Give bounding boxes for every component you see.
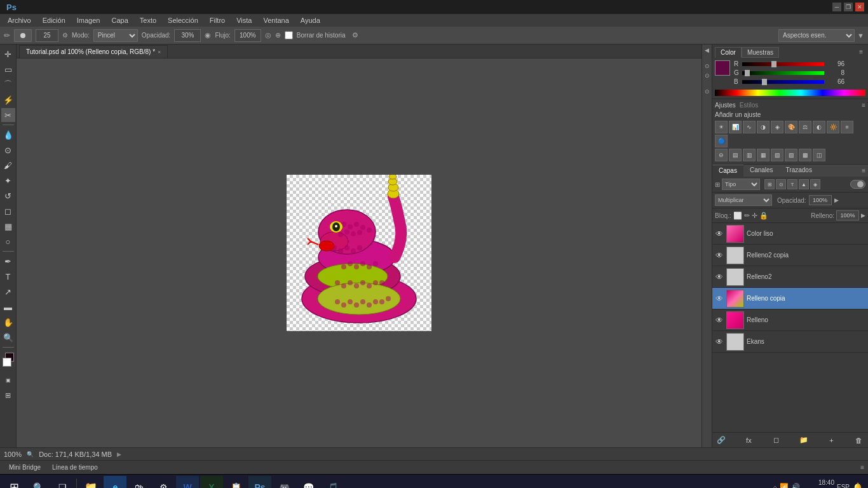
background-color[interactable] [3,358,11,367]
workspace-select[interactable]: Aspectos esen. [778,29,855,42]
colorbalance-adj[interactable]: ⚖ [799,121,811,133]
taskbar-explorer[interactable]: 📁 [79,476,102,489]
add-mask-btn[interactable]: ◻ [771,435,782,445]
menu-seleccion[interactable]: Selección [163,15,203,25]
blend-mode-select[interactable]: Multiplicar [715,194,772,206]
filter-adj2[interactable]: ⊙ [776,179,786,189]
minimize-button[interactable]: ─ [832,3,841,11]
adjustments-menu[interactable]: ≡ [862,102,865,109]
red-slider[interactable] [742,62,824,66]
lock-pixels[interactable]: ✏ [744,212,750,220]
crop-tool[interactable]: ✂ [1,108,15,122]
layer-visibility-toggle[interactable]: 👁 [715,273,724,281]
curves-adj[interactable]: ∿ [743,121,756,133]
lock-position[interactable]: ✛ [752,212,757,220]
brush-tool[interactable]: 🖌 [1,158,15,172]
brush-size-input[interactable]: 25 [36,29,58,42]
layer-row[interactable]: 👁 Color liso [712,223,868,245]
layer-visibility-toggle[interactable]: 👁 [715,229,724,238]
color-swatch[interactable] [715,60,730,76]
menu-ayuda[interactable]: Ayuda [295,15,325,25]
opacity-input[interactable] [809,195,832,205]
lock-all[interactable]: 🔒 [759,212,768,220]
lock-transparent[interactable]: ⬜ [733,212,742,220]
taskbar-notepad[interactable]: 📋 [224,476,247,489]
layer-row-selected[interactable]: 👁 Relleno copia [712,288,868,309]
taskbar-chat[interactable]: 💬 [297,476,320,489]
start-button[interactable]: ⊞ [3,476,25,489]
timeline-tab[interactable]: Línea de tiempo [47,463,103,472]
mini-bridge-tab[interactable]: Mini Bridge [4,463,46,472]
hsl-adj[interactable]: 🎨 [785,121,797,133]
layer-visibility-toggle[interactable]: 👁 [715,337,724,346]
taskbar-settings[interactable]: ⚙ [152,476,175,489]
menu-vista[interactable]: Vista [231,15,257,25]
screen-mode-btn[interactable]: ⊞ [1,388,15,402]
bottom-bar-menu[interactable]: ≡ [860,464,864,471]
clone-tool[interactable]: ✦ [1,173,15,187]
color-tab-muestras[interactable]: Muestras [742,47,779,58]
rectangle-select-tool[interactable]: ▭ [1,62,15,76]
estilos-tab[interactable]: Estilos [740,102,758,109]
brightness-adj[interactable]: ☀ [715,121,728,133]
filter-pixel[interactable]: ⊞ [764,179,775,189]
photofilter-adj[interactable]: 🔆 [827,121,839,133]
pen-tool[interactable]: ✒ [1,254,15,268]
layers-tab-capas[interactable]: Capas [712,165,743,177]
adj-r2[interactable]: ▩ [799,149,811,161]
layer-row[interactable]: 👁 Relleno2 [712,266,868,288]
green-slider[interactable] [742,71,824,75]
layer-filter-select[interactable]: Tipo [722,179,760,190]
channelmixer-adj[interactable]: ≡ [841,121,853,133]
taskbar-excel[interactable]: X [200,476,223,489]
layer-row[interactable]: 👁 Relleno [712,309,868,331]
delete-layer-btn[interactable]: 🗑 [854,435,864,445]
color-tab-color[interactable]: Color [715,47,742,58]
colormatch-adj[interactable]: 🔵 [715,135,728,147]
layer-row[interactable]: 👁 Ekans [712,331,868,353]
filter-type[interactable]: T [787,179,797,189]
brush-preview[interactable] [14,29,32,42]
borrar-historia-checkbox[interactable] [285,31,293,39]
layer-visibility-toggle[interactable]: 👁 [715,251,724,260]
add-style-btn[interactable]: fx [743,435,754,445]
selective-adj[interactable]: ▧ [771,149,783,161]
menu-texto[interactable]: Texto [135,15,161,25]
menu-archivo[interactable]: Archivo [3,15,36,25]
layer-visibility-toggle[interactable]: 👁 [715,294,724,303]
opacity-input[interactable] [174,29,201,42]
expand-arrow[interactable]: ▶ [117,451,121,458]
bw-adj[interactable]: ◐ [813,121,825,133]
taskbar-edge[interactable]: e [104,476,126,489]
taskbar-word[interactable]: W [176,476,199,489]
move-tool[interactable]: ✛ [1,47,15,61]
dodge-tool[interactable]: ○ [1,234,15,248]
filter-smart[interactable]: ◈ [810,179,820,189]
restore-button[interactable]: ❐ [844,3,853,11]
layers-tab-trazados[interactable]: Trazados [780,165,818,177]
document-tab[interactable]: Tutorial.psd al 100% (Relleno copia, RGB… [19,45,168,58]
canvas-container[interactable] [17,58,702,447]
create-layer-btn[interactable]: + [827,435,837,445]
layers-panel-menu[interactable]: ≡ [859,165,868,177]
hand-tool[interactable]: ✋ [1,315,15,329]
task-view-button[interactable]: ❑ [51,476,74,489]
mode-select[interactable]: Pincel [93,29,138,42]
color-panel-menu[interactable]: ≡ [857,47,865,58]
link-layers-btn[interactable]: 🔗 [716,435,726,445]
path-select-tool[interactable]: ↗ [1,285,15,299]
taskbar-media[interactable]: 🎵 [321,476,344,489]
posterize-adj[interactable]: ▤ [729,149,742,161]
notifications-btn[interactable]: 🔔 [852,482,863,489]
quick-mask-btn[interactable]: ▣ [1,373,15,387]
relleno-input[interactable] [836,210,859,220]
magic-wand-tool[interactable]: ⚡ [1,93,15,107]
eyedropper-tool[interactable]: 💧 [1,128,15,142]
adj-r3[interactable]: ◫ [813,149,825,161]
menu-ventana[interactable]: Ventana [258,15,294,25]
create-group-btn[interactable]: 📁 [799,435,809,445]
layer-visibility-toggle[interactable]: 👁 [715,316,724,325]
tab-close-btn[interactable]: × [158,49,161,55]
blue-slider[interactable] [742,80,824,84]
panel-toggle-4[interactable]: ⊙ [703,87,712,96]
